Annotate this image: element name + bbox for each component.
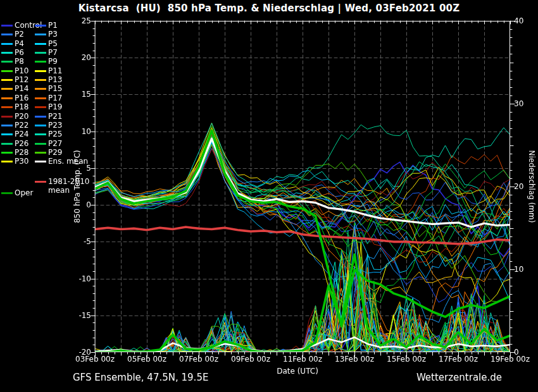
legend-item-p14-swatch bbox=[1, 88, 13, 90]
legend-item-oper-label: Oper bbox=[15, 188, 33, 198]
legend-item-p26-swatch bbox=[1, 143, 13, 145]
legend-item-p14-label: P14 bbox=[15, 84, 29, 94]
legend-item-p11-swatch bbox=[35, 70, 46, 72]
legend-item-climate-mean-swatch bbox=[35, 181, 46, 183]
x-tick-label: 09Feb 00z bbox=[231, 355, 270, 364]
x-tick-label: 15Feb 00z bbox=[387, 355, 426, 364]
legend-item-p1-swatch bbox=[35, 25, 46, 27]
legend-item-p21: P21 bbox=[35, 112, 63, 121]
x-tick-label: 19Feb 00z bbox=[491, 355, 530, 364]
legend-item-p10-swatch bbox=[1, 70, 13, 72]
legend-item-ens-mean-label: Ens. mean bbox=[48, 157, 88, 166]
legend-item-p19: P19 bbox=[35, 102, 63, 112]
legend-item-p24-swatch bbox=[1, 133, 13, 135]
legend-item-p5: P5 bbox=[35, 39, 58, 49]
legend-item-p25-swatch bbox=[35, 133, 46, 135]
legend-item-p30-label: P30 bbox=[15, 157, 29, 166]
left-tick-label: 15 bbox=[82, 90, 91, 99]
legend-item-climate-mean: 1981-2010 mean bbox=[35, 177, 104, 195]
legend: ControlP1P2P3P4P5P6P7P8P9P10P11P12P13P14… bbox=[1, 21, 94, 211]
legend-item-p27-label: P27 bbox=[48, 139, 63, 149]
x-tick-label: 05Feb 00z bbox=[127, 355, 166, 364]
legend-item-p15: P15 bbox=[35, 84, 63, 94]
legend-item-p21-label: P21 bbox=[48, 112, 63, 121]
left-tick-label: 25 bbox=[82, 16, 91, 25]
legend-item-p3: P3 bbox=[35, 30, 58, 39]
legend-item-p15-label: P15 bbox=[48, 84, 63, 94]
legend-item-p4-swatch bbox=[1, 43, 13, 45]
legend-item-p4-label: P4 bbox=[15, 39, 24, 49]
legend-item-p18-label: P18 bbox=[15, 102, 29, 112]
legend-item-p9: P9 bbox=[35, 57, 58, 66]
legend-item-p4: P4 bbox=[1, 39, 24, 49]
legend-item-p1: P1 bbox=[35, 21, 58, 30]
legend-item-oper-swatch bbox=[1, 192, 13, 194]
legend-item-ens-mean: Ens. mean bbox=[35, 157, 88, 166]
right-tick-label: 20 bbox=[514, 182, 523, 191]
right-tick-label: 40 bbox=[514, 16, 523, 25]
legend-item-p21-swatch bbox=[35, 116, 46, 118]
right-tick-label: 30 bbox=[514, 99, 523, 108]
gfs-ensemble-meteogram: Kistarcsa (HU) 850 hPa Temp. & Niedersch… bbox=[0, 0, 538, 392]
x-tick-label: 11Feb 00z bbox=[283, 355, 322, 364]
legend-item-p20: P20 bbox=[1, 112, 29, 121]
legend-item-p13-swatch bbox=[35, 79, 46, 81]
x-tick-label: 03Feb 00z bbox=[75, 355, 115, 364]
left-tick-label: 0 bbox=[86, 200, 91, 209]
legend-item-p9-label: P9 bbox=[48, 57, 58, 66]
legend-item-p17-swatch bbox=[35, 97, 46, 99]
legend-item-p19-label: P19 bbox=[48, 102, 63, 112]
legend-item-p28-label: P28 bbox=[15, 148, 29, 157]
x-tick-label: 07Feb 00z bbox=[179, 355, 218, 364]
legend-item-p19-swatch bbox=[35, 106, 46, 108]
legend-item-p2-label: P2 bbox=[15, 30, 24, 39]
legend-item-p3-swatch bbox=[35, 34, 46, 35]
legend-item-p7-swatch bbox=[35, 52, 46, 54]
left-tick-label: -15 bbox=[78, 311, 91, 320]
legend-item-p12-label: P12 bbox=[15, 75, 29, 85]
legend-item-p25-label: P25 bbox=[48, 130, 63, 139]
legend-item-climate-mean-label: 1981-2010 mean bbox=[48, 177, 104, 195]
legend-item-p23-label: P23 bbox=[48, 121, 63, 130]
legend-item-p16-swatch bbox=[1, 97, 13, 99]
legend-item-p16: P16 bbox=[1, 94, 29, 103]
legend-item-p3-label: P3 bbox=[48, 30, 58, 39]
legend-item-p29-label: P29 bbox=[48, 148, 63, 157]
left-tick-label: -5 bbox=[84, 237, 91, 246]
legend-item-p15-swatch bbox=[35, 88, 46, 90]
legend-item-p27-swatch bbox=[35, 143, 46, 145]
legend-item-p17: P17 bbox=[35, 94, 63, 103]
x-axis-label: Date (UTC) bbox=[277, 367, 318, 376]
legend-item-p5-swatch bbox=[35, 43, 46, 45]
legend-item-p22-label: P22 bbox=[15, 121, 29, 130]
legend-item-p9-swatch bbox=[35, 61, 46, 63]
right-axis-label: Niederschlag (mm) bbox=[527, 150, 536, 223]
legend-item-p10: P10 bbox=[1, 66, 29, 76]
legend-item-ens-mean-swatch bbox=[35, 161, 46, 162]
legend-item-p22: P22 bbox=[1, 121, 29, 130]
legend-item-p6-label: P6 bbox=[15, 48, 24, 58]
legend-item-p8-label: P8 bbox=[15, 57, 24, 66]
legend-item-p23: P23 bbox=[35, 121, 63, 130]
legend-item-p16-label: P16 bbox=[15, 94, 29, 103]
right-tick-label: 10 bbox=[514, 265, 523, 274]
legend-item-p29-swatch bbox=[35, 152, 46, 154]
left-tick-label: 10 bbox=[82, 127, 91, 136]
legend-item-p28-swatch bbox=[1, 152, 13, 154]
legend-item-p12-swatch bbox=[1, 79, 13, 81]
legend-item-p13: P13 bbox=[35, 75, 63, 85]
legend-item-p17-label: P17 bbox=[48, 94, 63, 103]
footer-model-info: GFS Ensemble, 47.5N, 19.5E bbox=[73, 372, 208, 383]
legend-item-p26: P26 bbox=[1, 139, 29, 149]
legend-item-p18-swatch bbox=[1, 106, 13, 108]
legend-item-p29: P29 bbox=[35, 148, 63, 157]
legend-item-p20-label: P20 bbox=[15, 112, 29, 121]
left-tick-label: 5 bbox=[86, 164, 91, 173]
left-tick-label: -10 bbox=[78, 274, 91, 283]
legend-item-p10-label: P10 bbox=[15, 66, 29, 76]
legend-item-p24-label: P24 bbox=[15, 130, 29, 139]
legend-item-oper: Oper bbox=[1, 188, 33, 198]
legend-item-p6: P6 bbox=[1, 48, 24, 58]
x-tick-label: 13Feb 00z bbox=[335, 355, 374, 364]
legend-item-p2: P2 bbox=[1, 30, 24, 39]
